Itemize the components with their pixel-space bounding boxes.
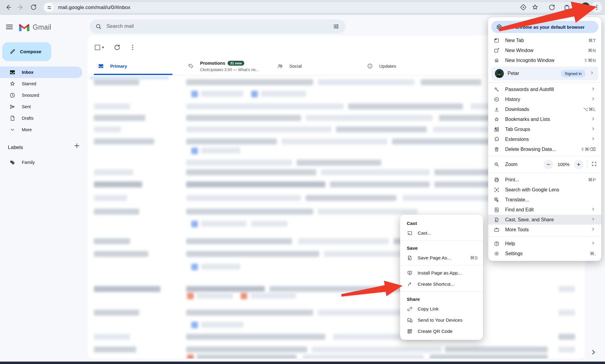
tab-social[interactable]: Social (270, 58, 360, 75)
redacted-email-content[interactable] (201, 322, 243, 328)
bookmark-star-icon[interactable] (531, 3, 539, 12)
select-dropdown-caret[interactable]: ▾ (102, 45, 104, 50)
refresh-icon[interactable] (113, 44, 121, 52)
menu-item-create-shortcut[interactable]: Create Shortcut... (400, 278, 483, 290)
set-default-browser-button[interactable]: Set Chrome as your default browser (491, 21, 598, 33)
menu-item-save-page-as[interactable]: Save Page As...⌘S (400, 252, 483, 263)
menu-item-downloads[interactable]: Downloads⌥⌘L (488, 104, 601, 114)
redacted-email-content[interactable] (197, 293, 233, 299)
redacted-email-content[interactable] (186, 181, 325, 187)
menu-item-delete-browsing-data[interactable]: Delete Browsing Data...⇧⌘⌫ (488, 144, 601, 154)
redacted-email-content[interactable] (186, 160, 292, 166)
sidebar-item-inbox[interactable]: Inbox (0, 67, 82, 78)
search-icon[interactable] (95, 23, 102, 31)
menu-item-more-tools[interactable]: More Tools (488, 225, 601, 235)
label-item-family[interactable]: Family (0, 157, 82, 168)
menu-item-passwords-and-autofill[interactable]: Passwords and Autofill (488, 84, 601, 94)
menu-item-create-qr-code[interactable]: Create QR Code (400, 326, 483, 337)
zoom-in-button[interactable] (574, 160, 584, 169)
redacted-email-content[interactable] (330, 181, 430, 187)
menu-item-settings[interactable]: Settings⌘, (488, 249, 601, 258)
redacted-email-content[interactable] (348, 103, 463, 109)
menu-item-copy-link[interactable]: Copy Link (400, 303, 483, 314)
redacted-email-content[interactable] (321, 169, 430, 175)
redacted-email-content[interactable] (201, 91, 243, 97)
menu-item-new-incognito-window[interactable]: New Incognito Window⇧⌘N (488, 55, 601, 65)
redacted-email-content[interactable] (191, 322, 198, 328)
redacted-email-content[interactable] (186, 238, 292, 244)
redacted-email-content[interactable] (187, 354, 194, 359)
search-options-icon[interactable] (333, 23, 340, 31)
redacted-email-content[interactable] (261, 91, 306, 97)
menu-item-find-and-edit[interactable]: Find and Edit (488, 205, 601, 215)
redacted-email-content[interactable] (186, 126, 331, 132)
redacted-email-content[interactable] (186, 209, 313, 215)
redacted-email-content[interactable] (297, 160, 381, 166)
redacted-email-content[interactable] (318, 79, 415, 85)
redacted-email-content[interactable] (186, 251, 319, 257)
redacted-email-content[interactable] (298, 238, 389, 244)
fullscreen-button[interactable] (591, 161, 597, 168)
redacted-email-content[interactable] (186, 334, 325, 340)
redacted-email-content[interactable] (94, 238, 130, 244)
site-settings-icon[interactable] (45, 3, 54, 12)
forward-icon[interactable] (17, 3, 25, 12)
redacted-email-content[interactable] (251, 293, 296, 299)
profile-row[interactable]: PetarSigned in (491, 67, 598, 80)
redacted-email-content[interactable] (197, 354, 297, 359)
menu-item-cast[interactable]: Cast... (400, 227, 483, 239)
redacted-email-content[interactable] (187, 293, 194, 299)
redacted-email-content[interactable] (186, 195, 301, 201)
redacted-email-content[interactable] (94, 195, 127, 201)
redacted-email-content[interactable] (94, 103, 130, 109)
compose-button[interactable]: Compose (2, 42, 51, 61)
menu-item-help[interactable]: Help (488, 239, 601, 249)
redacted-email-content[interactable] (94, 334, 130, 340)
redacted-email-content[interactable] (251, 221, 288, 227)
redacted-email-content[interactable] (269, 286, 409, 292)
redacted-email-content[interactable] (186, 346, 307, 353)
redacted-email-content[interactable] (94, 138, 154, 145)
redacted-email-content[interactable] (318, 209, 418, 215)
redacted-email-content[interactable] (94, 79, 139, 85)
redacted-email-content[interactable] (281, 138, 387, 145)
redacted-email-content[interactable] (241, 293, 247, 299)
redacted-email-content[interactable] (430, 354, 548, 359)
menu-kebab-icon[interactable] (591, 2, 602, 13)
password-check-icon[interactable] (519, 3, 527, 12)
menu-item-send-to-your-devices[interactable]: Send to Your Devices (400, 314, 483, 326)
redacted-email-content[interactable] (186, 138, 277, 145)
menu-item-tab-groups[interactable]: Tab Groups (488, 124, 601, 134)
redacted-email-content[interactable] (201, 264, 240, 270)
redacted-email-content[interactable] (303, 354, 424, 359)
search-bar[interactable]: Search mail (90, 19, 346, 34)
redacted-email-content[interactable] (94, 251, 148, 257)
more-options-kebab-icon[interactable] (129, 44, 136, 52)
redacted-email-content[interactable] (94, 169, 133, 175)
redacted-email-content[interactable] (306, 115, 433, 121)
redacted-email-content[interactable] (558, 310, 575, 316)
redacted-email-content[interactable] (94, 346, 136, 353)
zoom-out-button[interactable] (544, 160, 553, 169)
redacted-email-content[interactable] (94, 126, 121, 132)
menu-item-search-with-google-lens[interactable]: Search with Google Lens (488, 185, 601, 195)
menu-item-print[interactable]: Print...⌘P (488, 175, 601, 185)
redacted-email-content[interactable] (251, 91, 258, 97)
redacted-email-content[interactable] (186, 103, 344, 109)
menu-item-translate[interactable]: Translate... (488, 195, 601, 205)
redacted-email-content[interactable] (90, 76, 169, 79)
sidebar-item-sent[interactable]: Sent (0, 101, 82, 112)
redacted-email-content[interactable] (201, 148, 240, 154)
redacted-email-content[interactable] (403, 195, 502, 201)
sidebar-item-more[interactable]: More (0, 124, 82, 135)
redacted-email-content[interactable] (191, 148, 198, 154)
back-icon[interactable] (4, 3, 12, 12)
avatar[interactable] (581, 2, 590, 11)
redacted-email-content[interactable] (191, 91, 198, 97)
redacted-email-content[interactable] (445, 346, 548, 353)
sidebar-item-drafts[interactable]: Drafts (0, 112, 82, 124)
redacted-email-content[interactable] (186, 79, 313, 85)
redacted-email-content[interactable] (186, 310, 313, 316)
redacted-email-content[interactable] (336, 126, 427, 132)
menu-item-install-page-as-app[interactable]: Install Page as App... (400, 267, 483, 278)
